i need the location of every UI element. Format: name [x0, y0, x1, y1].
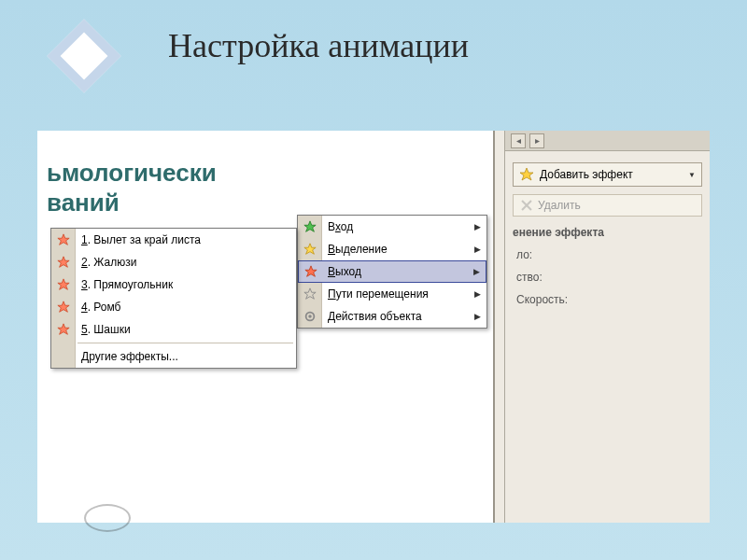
star-red-icon [303, 264, 318, 279]
submenu-arrow-icon: ▶ [474, 245, 481, 254]
add-effect-button[interactable]: Добавить эффект ▼ [513, 162, 702, 187]
exit-effect-label: 4. Ромб [81, 301, 121, 314]
menu-item-label: Пути перемещения [328, 287, 429, 301]
submenu-arrow-icon: ▶ [474, 222, 481, 231]
start-field-label: ло: [516, 248, 698, 261]
svg-marker-4 [304, 288, 316, 299]
submenu-arrow-icon: ▶ [473, 267, 480, 276]
svg-marker-2 [304, 244, 316, 254]
star-red-icon [56, 277, 71, 292]
effect-category-menu: Вход▶Выделение▶Выход▶Пути перемещения▶Де… [297, 215, 487, 329]
star-add-icon [519, 167, 534, 182]
speed-field-label: Скорость: [516, 293, 698, 306]
slide-text-line: ваний [47, 189, 120, 217]
exit-effect-label: 5. Шашки [81, 323, 131, 336]
slide-bullet-diamond [47, 19, 121, 93]
pane-header: ◂ ▸ [505, 131, 710, 151]
delete-button[interactable]: Удалить [513, 194, 702, 217]
star-outline-icon [303, 287, 317, 301]
more-effects-item[interactable]: Другие эффекты... [51, 345, 296, 368]
menu-item-Выход[interactable]: Выход▶ [298, 260, 486, 283]
svg-marker-3 [305, 266, 317, 276]
svg-marker-10 [58, 301, 69, 312]
exit-effect-label: 1. Вылет за край листа [81, 233, 201, 246]
delete-label: Удалить [538, 199, 581, 212]
menu-item-Пути перемещения[interactable]: Пути перемещения▶ [298, 283, 486, 305]
star-yellow-icon [303, 242, 317, 257]
gear-icon [303, 309, 317, 324]
menu-item-Выделение[interactable]: Выделение▶ [298, 238, 486, 260]
exit-effect-item[interactable]: 5. Шашки [51, 318, 296, 341]
app-screenshot: ьмологически ваний ◂ ▸ Добавить эффект ▼… [37, 131, 710, 523]
svg-marker-9 [58, 279, 69, 289]
svg-marker-11 [58, 324, 69, 334]
exit-effect-label: 2. Жалюзи [81, 256, 136, 269]
chevron-down-icon: ▼ [688, 171, 696, 179]
menu-item-label: Вход [328, 220, 353, 233]
add-effect-label: Добавить эффект [540, 168, 633, 181]
svg-marker-8 [58, 257, 69, 267]
exit-effect-item[interactable]: 3. Прямоугольник [51, 273, 296, 296]
submenu-arrow-icon: ▶ [474, 312, 481, 321]
svg-marker-1 [304, 221, 316, 231]
exit-effect-item[interactable]: 2. Жалюзи [51, 251, 296, 273]
submenu-arrow-icon: ▶ [474, 289, 481, 299]
star-green-icon [303, 219, 317, 234]
menu-item-label: Выход [328, 265, 361, 278]
star-red-icon [56, 255, 71, 270]
star-red-icon [56, 232, 71, 247]
slide-text-line: ьмологически [47, 159, 217, 188]
star-red-icon [56, 300, 71, 315]
menu-item-label: Выделение [328, 243, 388, 256]
animation-task-pane: ◂ ▸ Добавить эффект ▼ Удалить енение эфф… [504, 131, 710, 523]
exit-effect-item[interactable]: 1. Вылет за край листа [51, 229, 296, 251]
exit-effect-label: 3. Прямоугольник [81, 278, 173, 291]
close-icon [521, 200, 532, 211]
svg-marker-7 [58, 234, 69, 245]
effect-change-label: енение эффекта [513, 226, 702, 239]
exit-effects-submenu: 1. Вылет за край листа2. Жалюзи3. Прямоу… [50, 228, 297, 369]
page-title: Настройка анимации [168, 26, 469, 65]
menu-item-Действия объекта[interactable]: Действия объекта▶ [298, 305, 486, 328]
pane-nav-button[interactable]: ▸ [529, 133, 544, 148]
svg-point-6 [308, 315, 312, 318]
property-field-label: ство: [516, 271, 698, 284]
pane-nav-button[interactable]: ◂ [511, 133, 526, 148]
menu-separator [78, 343, 293, 343]
exit-effect-item[interactable]: 4. Ромб [51, 296, 296, 318]
star-red-icon [56, 322, 71, 337]
more-effects-label: Другие эффекты... [81, 350, 178, 363]
menu-item-Вход[interactable]: Вход▶ [298, 216, 486, 238]
slide-decorative-shape [84, 504, 131, 532]
menu-item-label: Действия объекта [328, 310, 422, 323]
svg-marker-0 [520, 168, 533, 180]
